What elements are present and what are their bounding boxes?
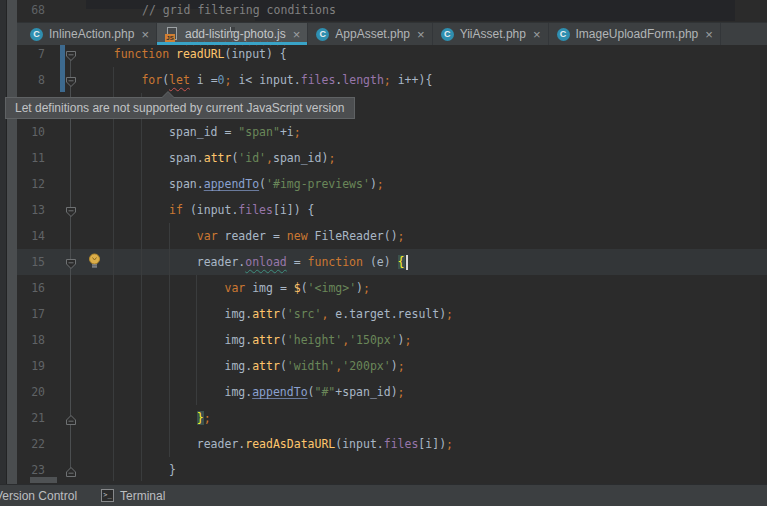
line-number: 17 xyxy=(17,301,45,327)
code-token: ) xyxy=(398,333,405,347)
code-line[interactable]: span.attr('id',span_id); xyxy=(86,145,335,171)
code-token: ( xyxy=(301,281,308,295)
code-token: = xyxy=(287,255,308,269)
code-token: files xyxy=(238,203,273,217)
code-token: 'id' xyxy=(238,151,266,165)
code-line[interactable]: var reader = new FileReader(); xyxy=(86,223,405,249)
tab-close-icon[interactable]: × xyxy=(293,28,301,41)
version-control-button[interactable]: Version Control xyxy=(0,489,77,503)
code-token xyxy=(86,229,197,243)
text-caret xyxy=(406,255,408,270)
fold-marker-start-icon[interactable] xyxy=(65,256,77,268)
code-token: img. xyxy=(86,307,252,321)
code-token: FileReader() xyxy=(308,229,398,243)
code-token xyxy=(86,203,169,217)
tab-imageuploadform-php[interactable]: CImageUploadForm.php× xyxy=(549,23,721,45)
tab-close-icon[interactable]: × xyxy=(705,28,713,41)
fold-marker-end-icon[interactable] xyxy=(65,412,77,424)
code-token: length xyxy=(342,73,384,87)
code-token: reader. xyxy=(86,255,245,269)
code-token: $ xyxy=(294,281,301,295)
code-line[interactable]: reader.onload = function (e) { xyxy=(86,249,408,275)
code-token xyxy=(86,281,224,295)
code-token: onload xyxy=(245,255,287,269)
code-token: function xyxy=(114,47,176,61)
code-line[interactable]: img.attr('width','200px'); xyxy=(86,353,405,379)
php-class-icon: C xyxy=(316,28,329,41)
tab-close-icon[interactable]: × xyxy=(417,28,425,41)
code-token: ; xyxy=(446,307,453,321)
code-token: +i xyxy=(280,125,294,139)
code-line[interactable]: img.attr('src', e.target.result); xyxy=(86,301,453,327)
tab-close-icon[interactable]: × xyxy=(533,28,541,41)
code-token: i++){ xyxy=(391,73,433,87)
code-token: ; xyxy=(398,359,405,373)
php-class-icon: C xyxy=(557,28,570,41)
inspection-tooltip: Let definitions are not supported by cur… xyxy=(5,97,355,119)
fold-marker-start-icon[interactable] xyxy=(65,204,77,216)
code-token: ) xyxy=(391,359,398,373)
code-line[interactable]: img.attr('height','150px'); xyxy=(86,327,411,353)
code-token: for xyxy=(141,73,162,87)
tab-close-icon[interactable]: × xyxy=(141,28,149,41)
terminal-button[interactable]: >_ Terminal xyxy=(101,489,165,503)
fold-marker-start-icon[interactable] xyxy=(65,48,77,60)
code-token: 'height' xyxy=(287,333,342,347)
line-number: 13 xyxy=(17,197,45,223)
code-token: new xyxy=(287,229,308,243)
code-line[interactable]: for(let i =0; i< input.files.length; i++… xyxy=(86,67,432,93)
code-token: reader. xyxy=(86,437,245,451)
code-token: span_id) xyxy=(273,151,328,165)
php-class-icon: C xyxy=(441,28,454,41)
fold-marker-start-icon[interactable] xyxy=(65,74,77,86)
code-token: (input. xyxy=(335,437,383,451)
status-bar: Version Control >_ Terminal xyxy=(0,484,767,506)
tab-label: ImageUploadForm.php xyxy=(576,27,699,41)
line-number: 18 xyxy=(17,327,45,353)
code-editor[interactable]: 7 function readURL(input) {8 for(let i =… xyxy=(0,0,767,484)
tab-appasset-php[interactable]: CAppAsset.php× xyxy=(308,23,432,45)
code-line[interactable]: span_id = "span"+i; xyxy=(86,119,301,145)
code-line[interactable]: var img = $('<img>'); xyxy=(86,275,370,301)
code-token: i = xyxy=(190,73,218,87)
code-line[interactable]: span.appendTo('#img-previews'); xyxy=(86,171,384,197)
code-token: ; xyxy=(204,411,211,425)
code-token: img. xyxy=(86,333,252,347)
code-token: span_id = xyxy=(86,125,238,139)
code-token: '<img>' xyxy=(308,281,356,295)
code-token: 'src' xyxy=(287,307,322,321)
code-line[interactable]: reader.readAsDataURL(input.files[i]); xyxy=(86,431,453,457)
code-token: span. xyxy=(86,177,204,191)
code-line[interactable]: }; xyxy=(86,405,211,431)
code-token: ( xyxy=(280,307,287,321)
php-class-icon: C xyxy=(30,28,43,41)
code-line[interactable]: } xyxy=(86,457,176,483)
tab-add-listing-photo-js[interactable]: JSadd-listing-photo.js× xyxy=(157,23,308,45)
code-token: (input) { xyxy=(224,47,286,61)
code-token: , xyxy=(266,151,273,165)
code-token: files xyxy=(384,437,419,451)
code-token: (e) xyxy=(363,255,398,269)
code-token: } xyxy=(197,411,204,425)
code-line[interactable]: if (input.files[i]) { xyxy=(86,197,315,223)
code-token: ; xyxy=(405,333,412,347)
tab-inlineaction-php[interactable]: CInlineAction.php× xyxy=(22,23,157,45)
tab-yiiasset-php[interactable]: CYiiAsset.php× xyxy=(433,23,549,45)
code-token: ( xyxy=(280,359,287,373)
code-token: var xyxy=(197,229,218,243)
line-number: 14 xyxy=(17,223,45,249)
horizontal-scrollbar-thumb[interactable] xyxy=(30,477,57,483)
code-token: ; xyxy=(384,73,391,87)
code-token: let xyxy=(169,73,190,87)
code-token: '200px' xyxy=(342,359,390,373)
code-token: ) xyxy=(370,177,377,191)
fold-marker-end-icon[interactable] xyxy=(65,464,77,476)
code-token: "#" xyxy=(315,385,336,399)
code-token: 0 xyxy=(218,73,225,87)
terminal-icon: >_ xyxy=(101,489,114,502)
code-line[interactable]: img.appendTo("#"+span_id); xyxy=(86,379,405,405)
line-number: 16 xyxy=(17,275,45,301)
line-number: 8 xyxy=(17,67,45,93)
code-token: files xyxy=(301,73,336,87)
code-token: "span" xyxy=(238,125,280,139)
